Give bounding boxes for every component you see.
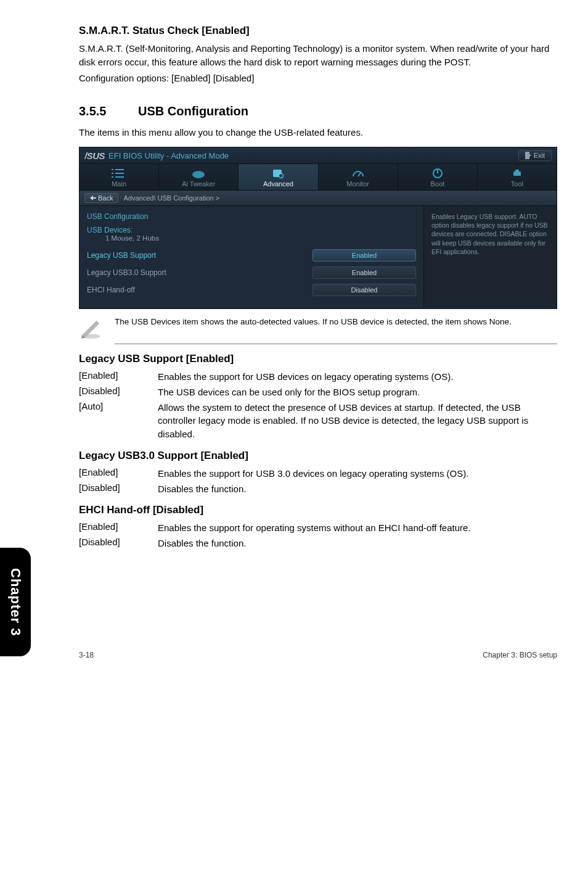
- row-legacy-usb-value[interactable]: Enabled: [312, 249, 416, 262]
- bios-window: /SUS EFI BIOS Utility - Advanced Mode Ex…: [79, 147, 557, 309]
- cfg-title: USB Configuration: [87, 212, 416, 221]
- legacy-usb30-enabled-text: Enables the support for USB 3.0 devices …: [158, 467, 468, 481]
- legacy-usb-disabled-text: The USB devices can be used only for the…: [158, 386, 420, 399]
- gauge-icon: [351, 168, 365, 179]
- note-divider: [115, 344, 557, 344]
- row-legacy-usb30-value[interactable]: Enabled: [312, 266, 416, 279]
- asus-logo: /SUS: [84, 151, 105, 161]
- tab-tool-label: Tool: [511, 180, 523, 188]
- svg-rect-15: [515, 170, 519, 171]
- ehci-disabled-text: Disables the function.: [158, 537, 246, 550]
- svg-line-11: [358, 173, 361, 176]
- legacy-usb-heading: Legacy USB Support [Enabled]: [79, 353, 557, 365]
- bios-title: EFI BIOS Utility - Advanced Mode: [108, 151, 229, 160]
- bios-help-panel: Enables Legacy USB support. AUTO option …: [423, 206, 557, 308]
- svg-rect-3: [112, 173, 113, 174]
- section-number: 3.5.5: [79, 104, 138, 118]
- smart-p2: Configuration options: [Enabled] [Disabl…: [79, 72, 557, 85]
- tab-advanced[interactable]: i Advanced: [239, 164, 318, 190]
- page-footer: 3-18 Chapter 3: BIOS setup: [0, 651, 588, 675]
- exit-button[interactable]: Exit: [518, 150, 552, 161]
- section-intro: The items in this menu allow you to chan…: [79, 126, 557, 139]
- row-legacy-usb-label: Legacy USB Support: [87, 251, 156, 260]
- back-label: Back: [98, 194, 113, 202]
- tab-main-label: Main: [112, 180, 126, 188]
- svg-rect-14: [513, 171, 521, 176]
- smart-heading: S.M.A.R.T. Status Check [Enabled]: [79, 25, 557, 37]
- def-row: [Enabled] Enables the support for USB de…: [79, 370, 557, 384]
- row-ehci-label: EHCI Hand-off: [87, 286, 135, 294]
- tab-main[interactable]: Main: [80, 164, 159, 190]
- svg-rect-4: [115, 173, 124, 174]
- chip-icon: i: [271, 168, 285, 179]
- def-row: [Enabled] Enables the support for USB 3.…: [79, 467, 557, 481]
- def-key-disabled: [Disabled]: [79, 537, 158, 550]
- section-title: USB Configuration: [138, 104, 248, 118]
- row-legacy-usb30[interactable]: Legacy USB3.0 Support Enabled: [87, 265, 416, 280]
- svg-rect-5: [112, 176, 113, 178]
- back-button[interactable]: Back: [84, 193, 118, 203]
- tab-monitor[interactable]: Monitor: [319, 164, 398, 190]
- usb-devices-value: 1 Mouse, 2 Hubs: [87, 234, 416, 242]
- tab-ai-tweaker[interactable]: Ai Tweaker: [159, 164, 239, 190]
- def-key-auto: [Auto]: [79, 401, 158, 441]
- bios-help-text: Enables Legacy USB support. AUTO option …: [431, 213, 548, 255]
- svg-text:i: i: [281, 174, 282, 178]
- legacy-usb30-heading: Legacy USB3.0 Support [Enabled]: [79, 450, 557, 462]
- tab-ai-label: Ai Tweaker: [182, 180, 215, 188]
- legacy-usb-enabled-text: Enables the support for USB devices on l…: [158, 370, 453, 384]
- footer-page-number: 3-18: [79, 651, 94, 659]
- tab-tool[interactable]: Tool: [478, 164, 557, 190]
- row-legacy-usb30-label: Legacy USB3.0 Support: [87, 268, 166, 277]
- def-key-disabled: [Disabled]: [79, 386, 158, 399]
- bios-tabs: Main Ai Tweaker i Advanced Monitor Boot …: [80, 164, 557, 191]
- bios-main-panel: USB Configuration USB Devices: 1 Mouse, …: [80, 206, 423, 308]
- ehci-heading: EHCI Hand-off [Disabled]: [79, 504, 557, 516]
- def-row: [Disabled] Disables the function.: [79, 482, 557, 496]
- chapter-side-label: Chapter 3: [7, 568, 23, 636]
- def-key-enabled: [Enabled]: [79, 467, 158, 481]
- exit-label: Exit: [534, 152, 545, 159]
- chapter-side-tab: Chapter 3: [0, 548, 31, 656]
- bios-breadcrumb-bar: Back Advanced\ USB Configuration >: [80, 191, 557, 206]
- svg-point-7: [192, 171, 205, 178]
- row-legacy-usb[interactable]: Legacy USB Support Enabled: [87, 248, 416, 263]
- power-icon: [430, 168, 445, 179]
- note-text: The USB Devices item shows the auto-dete…: [115, 316, 512, 328]
- cloud-icon: [191, 168, 206, 179]
- tool-icon: [510, 168, 525, 179]
- breadcrumb-path: Advanced\ USB Configuration >: [123, 194, 219, 202]
- svg-rect-0: [525, 152, 529, 159]
- def-row: [Disabled] Disables the function.: [79, 537, 557, 550]
- def-row: [Auto] Allows the system to detect the p…: [79, 401, 557, 441]
- row-ehci-value[interactable]: Disabled: [312, 284, 416, 296]
- row-ehci[interactable]: EHCI Hand-off Disabled: [87, 283, 416, 297]
- section-heading: 3.5.5USB Configuration: [79, 104, 557, 118]
- bios-title-left: /SUS EFI BIOS Utility - Advanced Mode: [84, 151, 229, 161]
- tab-advanced-label: Advanced: [263, 180, 293, 188]
- def-row: [Disabled] The USB devices can be used o…: [79, 386, 557, 399]
- def-key-disabled: [Disabled]: [79, 482, 158, 496]
- back-arrow-icon: [90, 196, 96, 200]
- tab-monitor-label: Monitor: [346, 180, 369, 188]
- legacy-usb30-disabled-text: Disables the function.: [158, 482, 246, 496]
- smart-p1: S.M.A.R.T. (Self-Monitoring, Analysis an…: [79, 42, 557, 69]
- exit-icon: [525, 152, 531, 159]
- usb-devices-label: USB Devices:: [87, 226, 416, 234]
- def-row: [Enabled] Enables the support for operat…: [79, 521, 557, 535]
- list-icon: [112, 168, 126, 179]
- svg-rect-2: [115, 169, 124, 170]
- tab-boot-label: Boot: [430, 180, 444, 188]
- tab-boot[interactable]: Boot: [398, 164, 478, 190]
- def-key-enabled: [Enabled]: [79, 521, 158, 535]
- note-row: The USB Devices item shows the auto-dete…: [79, 316, 557, 340]
- def-key-enabled: [Enabled]: [79, 370, 158, 384]
- bios-titlebar: /SUS EFI BIOS Utility - Advanced Mode Ex…: [80, 147, 557, 164]
- ehci-enabled-text: Enables the support for operating system…: [158, 521, 471, 535]
- legacy-usb-auto-text: Allows the system to detect the presence…: [158, 401, 557, 441]
- svg-rect-6: [115, 176, 124, 178]
- svg-rect-1: [112, 169, 113, 170]
- footer-chapter: Chapter 3: BIOS setup: [483, 651, 557, 659]
- pencil-note-icon: [79, 316, 102, 340]
